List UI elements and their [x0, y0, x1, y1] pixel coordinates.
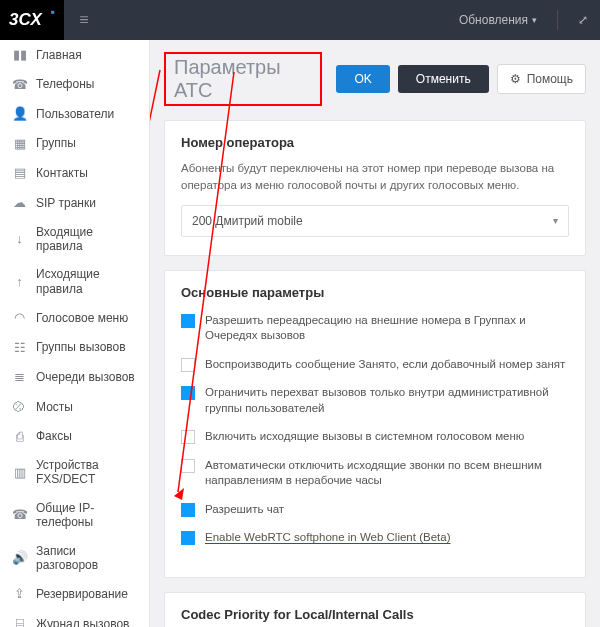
sidebar-item-chart-bar[interactable]: ▮▮Главная — [0, 40, 149, 70]
sidebar-item-label: Контакты — [36, 166, 88, 180]
sidebar-item-arrow-down[interactable]: ↓Входящие правила — [0, 218, 149, 261]
option-label: Воспроизводить сообщение Занято, если до… — [205, 357, 565, 373]
sidebar-item-label: Факсы — [36, 429, 72, 443]
sidebar-item-label: Записи разговоров — [36, 544, 139, 573]
arrow-up-icon: ↑ — [12, 274, 27, 290]
operator-panel-desc: Абоненты будут переключены на этот номер… — [181, 160, 569, 195]
sidebar-item-grid[interactable]: ▦Группы — [0, 129, 149, 159]
expand-icon[interactable]: ⤢ — [578, 13, 588, 27]
sidebar-item-label: Входящие правила — [36, 225, 139, 254]
sidebar-item-label: Телефоны — [36, 77, 94, 91]
help-button-label: Помощь — [527, 72, 573, 86]
book-icon: ▤ — [12, 165, 27, 181]
operator-select-value: 200 Дмитрий mobile — [192, 214, 303, 228]
main-params-title: Основные параметры — [181, 285, 569, 300]
arrow-down-icon: ↓ — [12, 231, 27, 247]
sidebar-item-label: Общие IP-телефоны — [36, 501, 139, 530]
option-label: Автоматически отключить исходящие звонки… — [205, 458, 569, 489]
sidebar-item-label: Группы вызовов — [36, 340, 126, 354]
sidebar-item-label: Журнал вызовов — [36, 617, 129, 627]
sidebar-item-phone[interactable]: ☎Общие IP-телефоны — [0, 494, 149, 537]
topbar: 3CX ≡ Обновления ▾ ⤢ — [0, 0, 600, 40]
option-label: Разрешить переадресацию на внешние номер… — [205, 313, 569, 344]
help-button[interactable]: ⚙Помощь — [497, 64, 586, 94]
logo: 3CX — [0, 0, 64, 40]
headphones-icon: ◠ — [12, 310, 27, 326]
option-row: Автоматически отключить исходящие звонки… — [181, 458, 569, 489]
sidebar-item-print[interactable]: ⎙Факсы — [0, 422, 149, 452]
sidebar-item-phone[interactable]: ☎Телефоны — [0, 70, 149, 100]
bridge-icon: ⛒ — [12, 399, 27, 415]
print-icon: ⎙ — [12, 429, 27, 445]
sidebar-item-list[interactable]: ≣Очереди вызовов — [0, 362, 149, 392]
sidebar-item-label: SIP транки — [36, 196, 96, 210]
gear-icon: ⚙ — [510, 72, 521, 86]
sidebar-item-label: Группы — [36, 136, 76, 150]
codec-panel-title: Codec Priority for Local/Internal Calls — [181, 607, 569, 622]
option-label: Включить исходящие вызовы в системном го… — [205, 429, 524, 445]
option-row: Разрешить чат — [181, 502, 569, 518]
chevron-down-icon: ▾ — [532, 15, 537, 25]
users-icon: ☷ — [12, 340, 27, 356]
sidebar-item-user[interactable]: 👤Пользователи — [0, 99, 149, 129]
sidebar-item-log[interactable]: ⌸Журнал вызовов — [0, 609, 149, 627]
option-label: Разрешить чат — [205, 502, 284, 518]
log-icon: ⌸ — [12, 616, 27, 627]
sidebar-item-label: Пользователи — [36, 107, 114, 121]
option-label: Enable WebRTC softphone in Web Client (B… — [205, 530, 450, 546]
main-content: Параметры АТС OK Отменить ⚙Помощь Номер … — [150, 40, 600, 627]
svg-line-2 — [150, 70, 160, 600]
option-label: Ограничить перехват вызовов только внутр… — [205, 385, 569, 416]
sidebar-item-book[interactable]: ▤Контакты — [0, 158, 149, 188]
sidebar-item-device[interactable]: ▥Устройства FXS/DECT — [0, 451, 149, 494]
chart-bar-icon: ▮▮ — [12, 47, 27, 63]
checkbox[interactable] — [181, 386, 195, 400]
checkbox[interactable] — [181, 459, 195, 473]
sidebar-item-label: Главная — [36, 48, 82, 62]
sidebar-item-archive[interactable]: ⇪Резервирование — [0, 579, 149, 609]
phone-icon: ☎ — [12, 507, 27, 523]
sidebar-item-users[interactable]: ☷Группы вызовов — [0, 333, 149, 363]
sidebar-item-label: Очереди вызовов — [36, 370, 135, 384]
sidebar-item-bridge[interactable]: ⛒Мосты — [0, 392, 149, 422]
device-icon: ▥ — [12, 465, 27, 481]
page-header-row: Параметры АТС OK Отменить ⚙Помощь — [164, 52, 586, 106]
sidebar-item-label: Мосты — [36, 400, 73, 414]
cancel-button[interactable]: Отменить — [398, 65, 489, 93]
checkbox[interactable] — [181, 531, 195, 545]
checkbox[interactable] — [181, 358, 195, 372]
operator-select[interactable]: 200 Дмитрий mobile ▾ — [181, 205, 569, 237]
option-row: Ограничить перехват вызовов только внутр… — [181, 385, 569, 416]
svg-rect-1 — [51, 11, 54, 14]
codec-panel: Codec Priority for Local/Internal Calls … — [164, 592, 586, 627]
sidebar: ▮▮Главная☎Телефоны👤Пользователи▦Группы▤К… — [0, 40, 150, 627]
sidebar-item-headphones[interactable]: ◠Голосовое меню — [0, 303, 149, 333]
sidebar-item-label: Исходящие правила — [36, 267, 139, 296]
grid-icon: ▦ — [12, 136, 27, 152]
sidebar-item-globe[interactable]: ☁SIP транки — [0, 188, 149, 218]
sidebar-item-label: Резервирование — [36, 587, 128, 601]
updates-dropdown[interactable]: Обновления ▾ — [459, 13, 537, 27]
sidebar-item-arrow-up[interactable]: ↑Исходящие правила — [0, 260, 149, 303]
checkbox[interactable] — [181, 503, 195, 517]
chevron-down-icon: ▾ — [553, 215, 558, 226]
globe-icon: ☁ — [12, 195, 27, 211]
sidebar-item-label: Голосовое меню — [36, 311, 128, 325]
svg-text:3CX: 3CX — [9, 10, 44, 29]
menu-toggle-icon[interactable]: ≡ — [64, 11, 104, 29]
checkbox[interactable] — [181, 314, 195, 328]
main-params-panel: Основные параметры Разрешить переадресац… — [164, 270, 586, 578]
option-row: Разрешить переадресацию на внешние номер… — [181, 313, 569, 344]
option-row: Воспроизводить сообщение Занято, если до… — [181, 357, 569, 373]
phone-icon: ☎ — [12, 77, 27, 93]
list-icon: ≣ — [12, 369, 27, 385]
archive-icon: ⇪ — [12, 586, 27, 602]
ok-button[interactable]: OK — [336, 65, 389, 93]
operator-panel: Номер оператора Абоненты будут переключе… — [164, 120, 586, 256]
volume-icon: 🔊 — [12, 550, 27, 566]
user-icon: 👤 — [12, 106, 27, 122]
sidebar-item-volume[interactable]: 🔊Записи разговоров — [0, 537, 149, 580]
option-row: Включить исходящие вызовы в системном го… — [181, 429, 569, 445]
checkbox[interactable] — [181, 430, 195, 444]
sidebar-item-label: Устройства FXS/DECT — [36, 458, 139, 487]
